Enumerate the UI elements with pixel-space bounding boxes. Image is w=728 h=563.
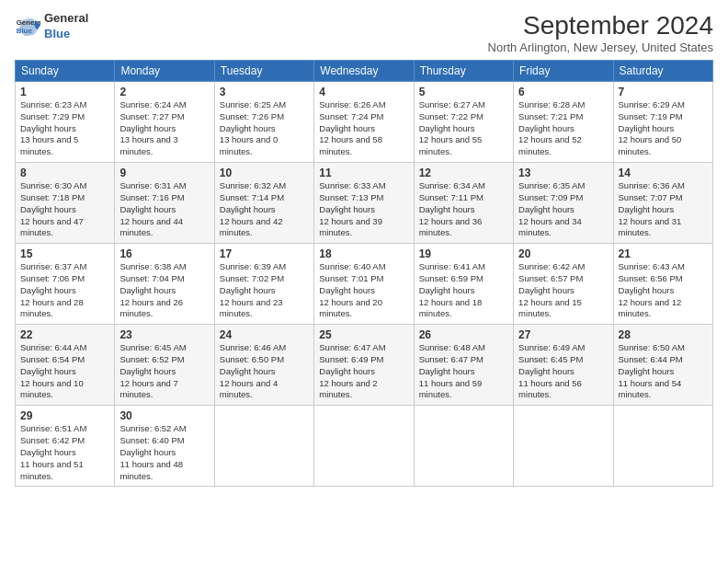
day-info: Sunrise: 6:23 AM Sunset: 7:29 PM Dayligh… [20, 99, 109, 158]
day-info: Sunrise: 6:52 AM Sunset: 6:40 PM Dayligh… [119, 423, 209, 482]
table-row: 2 Sunrise: 6:24 AM Sunset: 7:27 PM Dayli… [115, 82, 214, 163]
day-number: 29 [20, 409, 109, 422]
table-row: 6 Sunrise: 6:28 AM Sunset: 7:21 PM Dayli… [514, 82, 613, 163]
day-info: Sunrise: 6:44 AM Sunset: 6:54 PM Dayligh… [20, 342, 109, 401]
day-info: Sunrise: 6:38 AM Sunset: 7:04 PM Dayligh… [119, 261, 209, 320]
day-number: 28 [619, 328, 708, 341]
day-number: 3 [220, 86, 309, 98]
location-title: North Arlington, New Jersey, United Stat… [488, 40, 713, 54]
day-number: 7 [619, 86, 708, 98]
day-info: Sunrise: 6:47 AM Sunset: 6:49 PM Dayligh… [319, 342, 408, 401]
table-row [314, 406, 414, 487]
table-row [514, 406, 613, 487]
table-row [414, 406, 513, 487]
day-info: Sunrise: 6:26 AM Sunset: 7:24 PM Dayligh… [319, 99, 408, 158]
day-number: 17 [220, 247, 309, 260]
day-number: 19 [419, 247, 508, 260]
day-number: 26 [419, 328, 508, 341]
page: General Blue General Blue September 2024… [0, 0, 728, 563]
table-row: 15 Sunrise: 6:37 AM Sunset: 7:06 PM Dayl… [16, 244, 115, 325]
day-number: 10 [220, 167, 309, 179]
day-info: Sunrise: 6:37 AM Sunset: 7:06 PM Dayligh… [20, 261, 109, 320]
col-sunday: Sunday [16, 61, 115, 82]
day-info: Sunrise: 6:49 AM Sunset: 6:45 PM Dayligh… [518, 342, 608, 401]
day-number: 2 [119, 86, 209, 98]
day-info: Sunrise: 6:43 AM Sunset: 6:56 PM Dayligh… [619, 261, 708, 320]
table-row: 17 Sunrise: 6:39 AM Sunset: 7:02 PM Dayl… [214, 244, 313, 325]
day-number: 16 [119, 247, 209, 260]
table-row: 28 Sunrise: 6:50 AM Sunset: 6:44 PM Dayl… [613, 325, 712, 406]
table-row [214, 406, 313, 487]
day-number: 13 [518, 167, 608, 179]
table-row: 9 Sunrise: 6:31 AM Sunset: 7:16 PM Dayli… [115, 163, 214, 244]
logo: General Blue General Blue [15, 11, 88, 42]
table-row: 19 Sunrise: 6:41 AM Sunset: 6:59 PM Dayl… [414, 244, 513, 325]
day-number: 18 [319, 247, 408, 260]
col-monday: Monday [115, 61, 214, 82]
table-row: 25 Sunrise: 6:47 AM Sunset: 6:49 PM Dayl… [314, 325, 414, 406]
day-number: 25 [319, 328, 408, 341]
logo-icon: General Blue [15, 14, 40, 40]
day-info: Sunrise: 6:39 AM Sunset: 7:02 PM Dayligh… [220, 261, 309, 320]
table-row: 7 Sunrise: 6:29 AM Sunset: 7:19 PM Dayli… [613, 82, 712, 163]
day-info: Sunrise: 6:34 AM Sunset: 7:11 PM Dayligh… [419, 180, 508, 239]
day-number: 4 [319, 86, 408, 98]
day-number: 22 [20, 328, 109, 341]
day-number: 21 [619, 247, 708, 260]
col-saturday: Saturday [613, 61, 712, 82]
table-row: 21 Sunrise: 6:43 AM Sunset: 6:56 PM Dayl… [613, 244, 712, 325]
table-row: 14 Sunrise: 6:36 AM Sunset: 7:07 PM Dayl… [613, 163, 712, 244]
table-row: 22 Sunrise: 6:44 AM Sunset: 6:54 PM Dayl… [16, 325, 115, 406]
day-info: Sunrise: 6:28 AM Sunset: 7:21 PM Dayligh… [518, 99, 608, 158]
table-row: 5 Sunrise: 6:27 AM Sunset: 7:22 PM Dayli… [414, 82, 513, 163]
day-info: Sunrise: 6:51 AM Sunset: 6:42 PM Dayligh… [20, 423, 109, 482]
day-info: Sunrise: 6:41 AM Sunset: 6:59 PM Dayligh… [419, 261, 508, 320]
day-info: Sunrise: 6:32 AM Sunset: 7:14 PM Dayligh… [220, 180, 309, 239]
table-row: 30 Sunrise: 6:52 AM Sunset: 6:40 PM Dayl… [115, 406, 214, 487]
day-info: Sunrise: 6:42 AM Sunset: 6:57 PM Dayligh… [518, 261, 608, 320]
table-row: 20 Sunrise: 6:42 AM Sunset: 6:57 PM Dayl… [514, 244, 613, 325]
day-info: Sunrise: 6:40 AM Sunset: 7:01 PM Dayligh… [319, 261, 408, 320]
table-row: 16 Sunrise: 6:38 AM Sunset: 7:04 PM Dayl… [115, 244, 214, 325]
day-info: Sunrise: 6:25 AM Sunset: 7:26 PM Dayligh… [220, 99, 309, 158]
day-number: 8 [20, 167, 109, 179]
day-info: Sunrise: 6:30 AM Sunset: 7:18 PM Dayligh… [20, 180, 109, 239]
day-info: Sunrise: 6:36 AM Sunset: 7:07 PM Dayligh… [619, 180, 708, 239]
table-row: 24 Sunrise: 6:46 AM Sunset: 6:50 PM Dayl… [214, 325, 313, 406]
day-number: 15 [20, 247, 109, 260]
table-row: 1 Sunrise: 6:23 AM Sunset: 7:29 PM Dayli… [16, 82, 115, 163]
calendar-table: Sunday Monday Tuesday Wednesday Thursday… [15, 60, 713, 487]
col-wednesday: Wednesday [314, 61, 414, 82]
day-info: Sunrise: 6:50 AM Sunset: 6:44 PM Dayligh… [619, 342, 708, 401]
svg-text:Blue: Blue [17, 27, 33, 35]
table-row: 29 Sunrise: 6:51 AM Sunset: 6:42 PM Dayl… [16, 406, 115, 487]
table-row: 11 Sunrise: 6:33 AM Sunset: 7:13 PM Dayl… [314, 163, 414, 244]
table-row: 23 Sunrise: 6:45 AM Sunset: 6:52 PM Dayl… [115, 325, 214, 406]
day-number: 24 [220, 328, 309, 341]
day-number: 20 [518, 247, 608, 260]
day-info: Sunrise: 6:45 AM Sunset: 6:52 PM Dayligh… [119, 342, 209, 401]
day-number: 27 [518, 328, 608, 341]
table-row: 10 Sunrise: 6:32 AM Sunset: 7:14 PM Dayl… [214, 163, 313, 244]
table-row [613, 406, 712, 487]
day-number: 11 [319, 167, 408, 179]
day-info: Sunrise: 6:33 AM Sunset: 7:13 PM Dayligh… [319, 180, 408, 239]
table-row: 12 Sunrise: 6:34 AM Sunset: 7:11 PM Dayl… [414, 163, 513, 244]
table-row: 3 Sunrise: 6:25 AM Sunset: 7:26 PM Dayli… [214, 82, 313, 163]
day-info: Sunrise: 6:27 AM Sunset: 7:22 PM Dayligh… [419, 99, 508, 158]
day-info: Sunrise: 6:29 AM Sunset: 7:19 PM Dayligh… [619, 99, 708, 158]
col-friday: Friday [514, 61, 613, 82]
day-info: Sunrise: 6:24 AM Sunset: 7:27 PM Dayligh… [119, 99, 209, 158]
day-number: 6 [518, 86, 608, 98]
day-info: Sunrise: 6:35 AM Sunset: 7:09 PM Dayligh… [518, 180, 608, 239]
day-number: 30 [119, 409, 209, 422]
col-thursday: Thursday [414, 61, 513, 82]
header: General Blue General Blue September 2024… [15, 11, 713, 54]
day-info: Sunrise: 6:46 AM Sunset: 6:50 PM Dayligh… [220, 342, 309, 401]
day-number: 12 [419, 167, 508, 179]
header-row: Sunday Monday Tuesday Wednesday Thursday… [16, 61, 713, 82]
table-row: 26 Sunrise: 6:48 AM Sunset: 6:47 PM Dayl… [414, 325, 513, 406]
table-row: 18 Sunrise: 6:40 AM Sunset: 7:01 PM Dayl… [314, 244, 414, 325]
logo-text: General Blue [44, 11, 88, 42]
table-row: 4 Sunrise: 6:26 AM Sunset: 7:24 PM Dayli… [314, 82, 414, 163]
